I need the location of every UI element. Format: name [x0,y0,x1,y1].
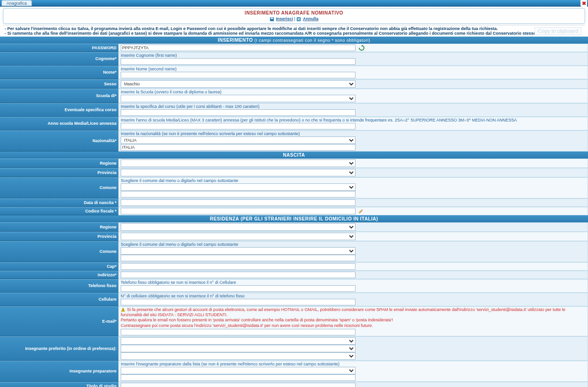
lbl-password: PASSWORD [0,44,118,52]
lbl-res-comune: Comune [0,241,118,262]
lbl-data-nascita: Data di nascita * [0,198,118,207]
lbl-res-regione: Regione [0,222,118,232]
lbl-specifica: Eventuale specifica corso [0,103,118,117]
sesso-select[interactable]: Maschio [121,80,356,88]
lbl-email: E-mail* [0,306,118,336]
codice-fiscale-input[interactable] [121,208,356,214]
nazionalita-select[interactable]: ITALIA [121,137,356,144]
close-icon[interactable]: ✖ [580,0,587,7]
lbl-cellulare: Cellulare [0,293,118,306]
lbl-nazionalita: Nazionalità* [0,130,118,152]
hint-cellulare: N° di cellulare obbligatorio se non si i… [121,294,586,298]
lbl-cap: Cap* [0,262,118,271]
hint-preparatore: Inserire l'insegnante preparatore dalla … [121,362,586,366]
res-comune-select[interactable] [121,247,356,255]
telefono-input[interactable] [121,285,356,292]
data-nascita-input[interactable] [121,199,356,206]
hint-cognome: Inserire Cognome (first name) [121,53,586,58]
hint-scuola: Inserire la Scuola (ovvero il corso di d… [121,90,586,94]
svg-rect-4 [123,311,124,311]
save-icon [270,17,274,22]
section-inserimento: INSERIMENTO (I campi contrassegnati con … [0,37,588,44]
copy-to-clipboard-hint[interactable]: Copy to clipboard [534,27,581,35]
insegnante-pref-3-select[interactable] [121,352,356,360]
hint-anno-scuola: Inserire l'anno di scuola Media/Liceo (M… [121,118,586,122]
main-panel: INSERIMENTO ANAGRAFE NOMINATIVO Inserisc… [3,8,585,24]
lbl-telefono: Telefono fisso [0,279,118,293]
res-regione-select[interactable] [121,223,356,231]
insegnante-pref-2-select[interactable] [121,345,356,352]
insegnante-pref-1-select[interactable] [121,337,356,345]
section-residenza: RESIDENZA (PER GLI STRANIERI INSERIRE IL… [0,215,588,222]
email-warn-2: Pertanto qualora le email non fossero pr… [121,318,586,323]
nascita-regione-select[interactable] [121,159,356,167]
lbl-nascita-regione: Regione [0,159,118,168]
section-nascita: NASCITA [0,152,588,159]
instructions: - Per salvare l'inserimento clicca su Sa… [3,25,585,37]
svg-rect-3 [123,309,124,310]
res-comune-input[interactable] [121,255,356,261]
refresh-icon[interactable] [359,45,364,51]
nascita-comune-select[interactable] [121,183,356,191]
email-warn-1: Si fa presente che alcuni gestori di acc… [121,307,565,317]
password-input[interactable] [121,45,356,51]
nazionalita-input[interactable] [121,144,356,151]
preparatore-input[interactable] [121,374,356,381]
cognome-input[interactable] [121,58,356,65]
anno-scuola-input[interactable] [121,123,356,129]
hint-specifica: Inserire la specifica del corso (utile p… [121,104,586,109]
lbl-insegnante-preparatore: Insegnante preparatore [0,361,118,382]
specifica-input[interactable] [121,109,356,116]
lbl-cognome: Cognome* [0,52,118,66]
warning-icon [121,307,125,312]
nascita-provincia-select[interactable] [121,169,356,176]
lbl-nome: Nome* [0,66,118,79]
lbl-nascita-comune: Comune [0,177,118,198]
instruction-2: - Si rammenta che alla fine dell'inserim… [5,31,583,36]
lbl-titolo-studio: Titolo di studio [0,382,118,387]
lbl-res-provincia: Provincia [0,232,118,241]
res-provincia-select[interactable] [121,233,356,240]
lbl-sesso: Sesso [0,79,118,89]
lbl-indirizzo: Indirizzo* [0,271,118,279]
inserisci-link-top[interactable]: Inserisci [276,16,294,21]
hint-res-comune: Scegliere il comune dal menu o digitarlo… [121,242,586,247]
lbl-nascita-provincia: Provincia [0,168,118,177]
panel-title: INSERIMENTO ANAGRAFE NOMINATIVO [7,10,581,15]
svg-rect-1 [271,17,273,19]
lbl-codice-fiscale: Codice fiscale * [0,207,118,215]
cellulare-input[interactable] [121,299,356,305]
hint-nazionalita: Inserire la nazionalità (se non è presen… [121,131,586,136]
cap-input[interactable] [121,263,356,270]
hint-telefono: Telefono fisso obbligatorio se non si in… [121,280,586,285]
lbl-scuola: Scuola di* [0,89,118,103]
nome-input[interactable] [121,72,356,78]
indirizzo-input[interactable] [121,272,356,278]
annulla-link-top[interactable]: Annulla [303,16,318,21]
email-warn-3: Contrassegnare poi come posta sicura l'i… [121,323,586,328]
lbl-insegnante-preferito: Insegnante preferito (in ordine di prefe… [0,336,118,361]
email-input[interactable] [121,329,356,335]
hint-nome: Inserire Nome (second name) [121,67,586,71]
preparatore-select[interactable] [121,367,356,374]
instruction-1: - Per salvare l'inserimento clicca su Sa… [5,26,583,31]
nascita-comune-input[interactable] [121,191,356,197]
cancel-icon [296,17,301,22]
scuola-select[interactable] [121,95,356,102]
edit-icon[interactable] [359,209,364,213]
tab-anagrafica[interactable]: Anagrafica [1,0,32,6]
hint-nascita-comune: Scegliere il comune dal menu o digitarlo… [121,178,586,183]
lbl-anno-scuola: Anno scuola Media/Liceo annessa [0,117,118,130]
titolo-studio-input[interactable] [121,383,356,387]
